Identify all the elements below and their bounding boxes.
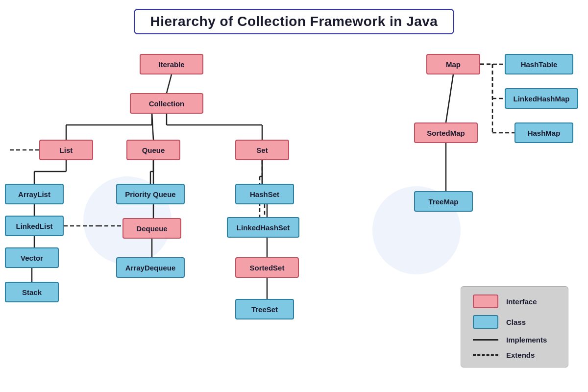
page-title: Hierarchy of Collection Framework in Jav… — [0, 0, 588, 39]
legend-class-box — [473, 315, 498, 329]
legend-extends: Extends — [473, 351, 556, 359]
svg-line-37 — [446, 74, 453, 122]
node-collection: Collection — [130, 93, 203, 114]
legend-class: Class — [473, 315, 556, 329]
node-queue: Queue — [126, 140, 180, 160]
legend-class-label: Class — [506, 318, 526, 326]
legend-interface-label: Interface — [506, 297, 537, 306]
node-linkedhashset: LinkedHashSet — [227, 217, 299, 238]
node-arraylist: ArrayList — [5, 184, 64, 204]
node-hashmap: HashMap — [514, 122, 573, 143]
title-text: Hierarchy of Collection Framework in Jav… — [134, 9, 455, 34]
node-arraydequeue: ArrayDequeue — [116, 257, 185, 278]
node-linkedlist: LinkedList — [5, 216, 64, 236]
node-map: Map — [426, 54, 480, 74]
node-dequeue: Dequeue — [122, 218, 181, 239]
node-treemap: TreeMap — [414, 191, 473, 212]
legend-extends-line — [473, 351, 498, 359]
node-list: List — [39, 140, 93, 160]
legend-implements-label: Implements — [506, 336, 547, 344]
node-sortedmap: SortedMap — [414, 122, 478, 143]
legend-implements: Implements — [473, 336, 556, 344]
node-hashset: HashSet — [235, 184, 294, 204]
legend-dashed-line — [473, 354, 498, 356]
legend: Interface Class Implements Extends — [461, 286, 568, 368]
node-linkedhashmap: LinkedHashMap — [505, 88, 578, 109]
node-sortedset: SortedSet — [235, 257, 299, 278]
legend-implements-line — [473, 336, 498, 344]
node-iterable: Iterable — [140, 54, 203, 74]
svg-line-4 — [152, 114, 153, 140]
legend-interface: Interface — [473, 294, 556, 308]
node-priorityqueue: Priority Queue — [116, 184, 185, 204]
legend-solid-line — [473, 339, 498, 341]
legend-extends-label: Extends — [506, 351, 535, 359]
node-treeset: TreeSet — [235, 299, 294, 319]
node-set: Set — [235, 140, 289, 160]
legend-interface-box — [473, 294, 498, 308]
node-stack: Stack — [5, 282, 59, 302]
node-hashtable: HashTable — [505, 54, 573, 74]
diagram-area: Iterable Collection List Queue Set Array… — [0, 39, 588, 382]
node-vector: Vector — [5, 247, 59, 268]
svg-line-0 — [167, 74, 172, 93]
